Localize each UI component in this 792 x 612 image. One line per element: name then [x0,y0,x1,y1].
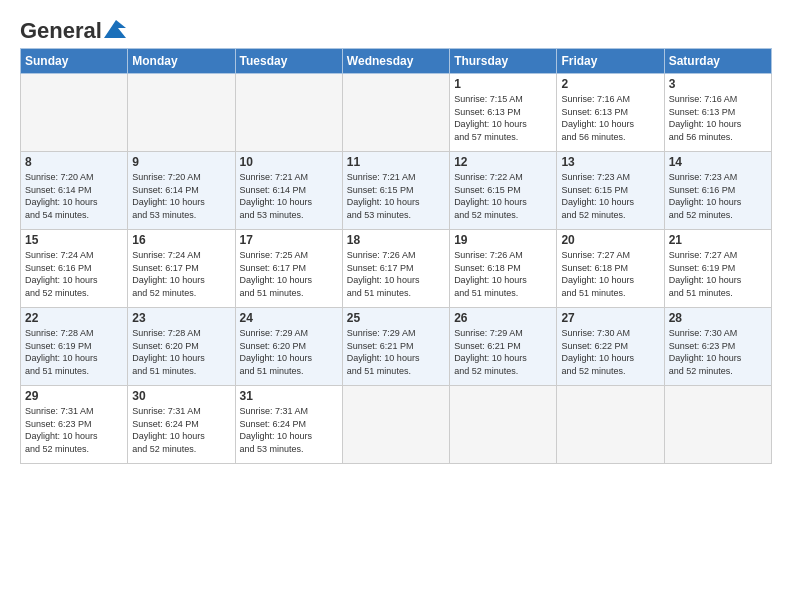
day-number: 25 [347,311,445,325]
calendar-cell: 25Sunrise: 7:29 AM Sunset: 6:21 PM Dayli… [342,308,449,386]
calendar-cell: 11Sunrise: 7:21 AM Sunset: 6:15 PM Dayli… [342,152,449,230]
day-info: Sunrise: 7:16 AM Sunset: 6:13 PM Dayligh… [669,93,767,143]
day-info: Sunrise: 7:22 AM Sunset: 6:15 PM Dayligh… [454,171,552,221]
day-info: Sunrise: 7:29 AM Sunset: 6:21 PM Dayligh… [454,327,552,377]
day-number: 8 [25,155,123,169]
day-number: 27 [561,311,659,325]
calendar-cell [342,74,449,152]
day-info: Sunrise: 7:21 AM Sunset: 6:14 PM Dayligh… [240,171,338,221]
calendar-cell: 19Sunrise: 7:26 AM Sunset: 6:18 PM Dayli… [450,230,557,308]
calendar-cell: 9Sunrise: 7:20 AM Sunset: 6:14 PM Daylig… [128,152,235,230]
calendar-cell: 30Sunrise: 7:31 AM Sunset: 6:24 PM Dayli… [128,386,235,464]
day-info: Sunrise: 7:26 AM Sunset: 6:17 PM Dayligh… [347,249,445,299]
day-info: Sunrise: 7:28 AM Sunset: 6:19 PM Dayligh… [25,327,123,377]
day-number: 3 [669,77,767,91]
day-number: 1 [454,77,552,91]
calendar-cell [128,74,235,152]
logo-arrow-icon [104,20,126,38]
day-info: Sunrise: 7:31 AM Sunset: 6:24 PM Dayligh… [132,405,230,455]
calendar-cell: 23Sunrise: 7:28 AM Sunset: 6:20 PM Dayli… [128,308,235,386]
day-info: Sunrise: 7:30 AM Sunset: 6:22 PM Dayligh… [561,327,659,377]
day-info: Sunrise: 7:28 AM Sunset: 6:20 PM Dayligh… [132,327,230,377]
calendar-cell [21,74,128,152]
logo: General [20,18,126,38]
calendar-cell: 12Sunrise: 7:22 AM Sunset: 6:15 PM Dayli… [450,152,557,230]
day-number: 30 [132,389,230,403]
day-number: 11 [347,155,445,169]
day-number: 14 [669,155,767,169]
day-info: Sunrise: 7:24 AM Sunset: 6:17 PM Dayligh… [132,249,230,299]
calendar-cell [342,386,449,464]
calendar-cell [450,386,557,464]
logo-general: General [20,18,102,44]
day-number: 20 [561,233,659,247]
calendar-cell: 21Sunrise: 7:27 AM Sunset: 6:19 PM Dayli… [664,230,771,308]
calendar-cell: 27Sunrise: 7:30 AM Sunset: 6:22 PM Dayli… [557,308,664,386]
calendar-cell: 16Sunrise: 7:24 AM Sunset: 6:17 PM Dayli… [128,230,235,308]
calendar-cell: 1Sunrise: 7:15 AM Sunset: 6:13 PM Daylig… [450,74,557,152]
day-number: 18 [347,233,445,247]
day-info: Sunrise: 7:31 AM Sunset: 6:23 PM Dayligh… [25,405,123,455]
day-info: Sunrise: 7:23 AM Sunset: 6:16 PM Dayligh… [669,171,767,221]
day-info: Sunrise: 7:21 AM Sunset: 6:15 PM Dayligh… [347,171,445,221]
calendar-cell: 29Sunrise: 7:31 AM Sunset: 6:23 PM Dayli… [21,386,128,464]
day-info: Sunrise: 7:25 AM Sunset: 6:17 PM Dayligh… [240,249,338,299]
day-info: Sunrise: 7:23 AM Sunset: 6:15 PM Dayligh… [561,171,659,221]
day-of-week-header: Sunday [21,49,128,74]
day-info: Sunrise: 7:27 AM Sunset: 6:19 PM Dayligh… [669,249,767,299]
day-info: Sunrise: 7:30 AM Sunset: 6:23 PM Dayligh… [669,327,767,377]
page-header: General [20,18,772,38]
calendar-cell: 2Sunrise: 7:16 AM Sunset: 6:13 PM Daylig… [557,74,664,152]
day-number: 21 [669,233,767,247]
day-number: 10 [240,155,338,169]
calendar-cell: 18Sunrise: 7:26 AM Sunset: 6:17 PM Dayli… [342,230,449,308]
day-number: 31 [240,389,338,403]
day-info: Sunrise: 7:15 AM Sunset: 6:13 PM Dayligh… [454,93,552,143]
day-info: Sunrise: 7:16 AM Sunset: 6:13 PM Dayligh… [561,93,659,143]
day-info: Sunrise: 7:29 AM Sunset: 6:20 PM Dayligh… [240,327,338,377]
day-of-week-header: Thursday [450,49,557,74]
svg-marker-0 [104,20,126,38]
day-number: 28 [669,311,767,325]
calendar-cell: 3Sunrise: 7:16 AM Sunset: 6:13 PM Daylig… [664,74,771,152]
calendar-cell: 31Sunrise: 7:31 AM Sunset: 6:24 PM Dayli… [235,386,342,464]
calendar-cell: 10Sunrise: 7:21 AM Sunset: 6:14 PM Dayli… [235,152,342,230]
day-of-week-header: Wednesday [342,49,449,74]
page-container: General SundayMondayTuesdayWednesdayThur… [0,0,792,474]
calendar-cell [557,386,664,464]
day-info: Sunrise: 7:20 AM Sunset: 6:14 PM Dayligh… [132,171,230,221]
calendar-cell: 28Sunrise: 7:30 AM Sunset: 6:23 PM Dayli… [664,308,771,386]
day-number: 12 [454,155,552,169]
day-number: 13 [561,155,659,169]
calendar-cell: 15Sunrise: 7:24 AM Sunset: 6:16 PM Dayli… [21,230,128,308]
day-of-week-header: Tuesday [235,49,342,74]
calendar-cell: 14Sunrise: 7:23 AM Sunset: 6:16 PM Dayli… [664,152,771,230]
day-of-week-header: Saturday [664,49,771,74]
day-number: 19 [454,233,552,247]
day-number: 2 [561,77,659,91]
day-number: 24 [240,311,338,325]
day-number: 9 [132,155,230,169]
day-number: 15 [25,233,123,247]
calendar-cell: 17Sunrise: 7:25 AM Sunset: 6:17 PM Dayli… [235,230,342,308]
day-info: Sunrise: 7:24 AM Sunset: 6:16 PM Dayligh… [25,249,123,299]
day-info: Sunrise: 7:27 AM Sunset: 6:18 PM Dayligh… [561,249,659,299]
day-info: Sunrise: 7:26 AM Sunset: 6:18 PM Dayligh… [454,249,552,299]
day-number: 23 [132,311,230,325]
calendar-cell [235,74,342,152]
day-number: 22 [25,311,123,325]
day-of-week-header: Friday [557,49,664,74]
calendar-cell: 20Sunrise: 7:27 AM Sunset: 6:18 PM Dayli… [557,230,664,308]
day-of-week-header: Monday [128,49,235,74]
calendar-cell: 26Sunrise: 7:29 AM Sunset: 6:21 PM Dayli… [450,308,557,386]
day-number: 29 [25,389,123,403]
day-number: 16 [132,233,230,247]
calendar-cell: 13Sunrise: 7:23 AM Sunset: 6:15 PM Dayli… [557,152,664,230]
day-info: Sunrise: 7:29 AM Sunset: 6:21 PM Dayligh… [347,327,445,377]
calendar-cell: 24Sunrise: 7:29 AM Sunset: 6:20 PM Dayli… [235,308,342,386]
calendar-cell: 8Sunrise: 7:20 AM Sunset: 6:14 PM Daylig… [21,152,128,230]
day-number: 26 [454,311,552,325]
calendar-table: SundayMondayTuesdayWednesdayThursdayFrid… [20,48,772,464]
day-info: Sunrise: 7:31 AM Sunset: 6:24 PM Dayligh… [240,405,338,455]
day-number: 17 [240,233,338,247]
